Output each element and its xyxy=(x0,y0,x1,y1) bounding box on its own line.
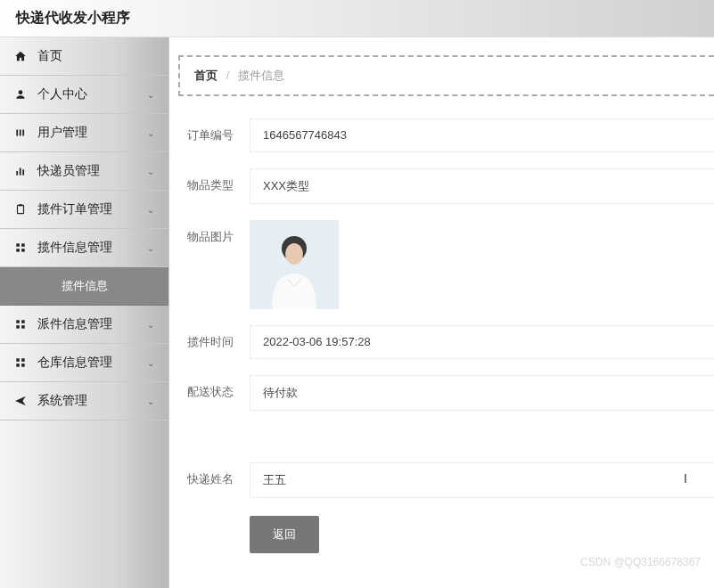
svg-rect-14 xyxy=(21,320,25,323)
svg-rect-18 xyxy=(21,358,25,362)
svg-rect-15 xyxy=(16,325,20,329)
sidebar-item-pickup-info-mgmt[interactable]: 揽件信息管理 ⌄ xyxy=(0,229,168,267)
chevron-down-icon: ⌄ xyxy=(147,243,154,253)
send-icon xyxy=(14,395,29,407)
svg-rect-20 xyxy=(21,363,25,367)
label-courier-name: 快递姓名 xyxy=(187,462,250,487)
svg-rect-19 xyxy=(16,363,20,367)
row-order-no: 订单编号 1646567746843 xyxy=(178,118,714,152)
svg-rect-5 xyxy=(20,168,21,176)
row-item-image: 物品图片 xyxy=(178,220,714,309)
chevron-down-icon: ⌄ xyxy=(147,320,154,330)
svg-rect-11 xyxy=(16,249,20,252)
label-pickup-time: 揽件时间 xyxy=(187,325,250,350)
chevron-down-icon: ⌄ xyxy=(147,128,154,138)
row-delivery-status: 配送状态 待付款 xyxy=(178,375,714,411)
svg-rect-3 xyxy=(22,130,24,136)
sidebar-item-profile[interactable]: 个人中心 ⌄ xyxy=(0,76,168,114)
chevron-down-icon: ⌄ xyxy=(147,205,154,215)
svg-rect-17 xyxy=(16,358,20,362)
svg-rect-1 xyxy=(16,130,18,136)
label-item-type: 物品类型 xyxy=(187,168,250,193)
value-delivery-status: 待付款 xyxy=(250,375,714,411)
bars-icon xyxy=(14,127,29,139)
sidebar-item-user-mgmt[interactable]: 用户管理 ⌄ xyxy=(0,114,168,152)
clipboard-icon xyxy=(14,203,29,216)
home-icon xyxy=(14,50,29,62)
person-icon xyxy=(14,88,29,101)
value-item-type: XXX类型 xyxy=(250,168,714,204)
sidebar-item-label: 仓库信息管理 xyxy=(37,355,112,371)
sidebar-item-label: 快递员管理 xyxy=(37,163,100,179)
svg-rect-13 xyxy=(16,320,20,323)
text-cursor-icon: I xyxy=(684,471,687,486)
sidebar-item-label: 揽件信息管理 xyxy=(37,240,112,256)
svg-point-23 xyxy=(285,243,303,265)
sidebar-item-label: 系统管理 xyxy=(37,393,87,409)
breadcrumb-current: 揽件信息 xyxy=(238,69,284,82)
sidebar-sub-label: 揽件信息 xyxy=(62,279,108,292)
value-order-no: 1646567746843 xyxy=(250,118,714,152)
svg-rect-12 xyxy=(21,249,25,252)
sidebar-item-label: 派件信息管理 xyxy=(37,316,112,332)
svg-rect-6 xyxy=(22,169,24,175)
sidebar-item-label: 首页 xyxy=(37,48,62,64)
value-courier-name[interactable]: 王五 xyxy=(250,462,714,498)
value-pickup-time: 2022-03-06 19:57:28 xyxy=(250,325,714,359)
label-order-no: 订单编号 xyxy=(187,118,250,143)
grid-icon xyxy=(14,318,29,331)
sidebar-item-label: 揽件订单管理 xyxy=(37,201,112,217)
sidebar-item-warehouse-mgmt[interactable]: 仓库信息管理 ⌄ xyxy=(0,344,168,382)
svg-rect-8 xyxy=(19,204,22,206)
sidebar-item-label: 用户管理 xyxy=(37,125,87,141)
row-item-type: 物品类型 XXX类型 xyxy=(178,168,714,204)
button-row: 返回 xyxy=(178,516,714,553)
app-header: 快递代收发小程序 xyxy=(0,0,714,37)
svg-rect-16 xyxy=(21,325,25,329)
sidebar: 首页 个人中心 ⌄ 用户管理 ⌄ 快递员管理 ⌄ xyxy=(0,37,169,588)
main-layout: 首页 个人中心 ⌄ 用户管理 ⌄ 快递员管理 ⌄ xyxy=(0,37,714,588)
svg-point-0 xyxy=(19,90,23,94)
sidebar-item-system-mgmt[interactable]: 系统管理 ⌄ xyxy=(0,382,168,421)
back-button[interactable]: 返回 xyxy=(250,516,319,553)
svg-rect-9 xyxy=(16,243,20,247)
grid-icon xyxy=(14,241,29,254)
label-delivery-status: 配送状态 xyxy=(187,375,250,400)
row-courier-name: 快递姓名 王五 I xyxy=(178,462,714,498)
label-item-image: 物品图片 xyxy=(187,220,250,245)
svg-rect-2 xyxy=(20,130,21,136)
app-title: 快递代收发小程序 xyxy=(16,9,130,28)
breadcrumb-home[interactable]: 首页 xyxy=(194,69,217,82)
content-area: 首页 / 揽件信息 订单编号 1646567746843 物品类型 XXX类型 … xyxy=(169,37,714,588)
breadcrumb: 首页 / 揽件信息 xyxy=(178,55,714,96)
svg-rect-4 xyxy=(16,171,18,176)
sidebar-item-delivery-info-mgmt[interactable]: 派件信息管理 ⌄ xyxy=(0,306,168,344)
breadcrumb-sep: / xyxy=(226,69,230,82)
svg-rect-7 xyxy=(18,205,24,213)
sidebar-item-label: 个人中心 xyxy=(37,86,87,102)
sidebar-item-courier-mgmt[interactable]: 快递员管理 ⌄ xyxy=(0,152,168,191)
row-pickup-time: 揽件时间 2022-03-06 19:57:28 xyxy=(178,325,714,359)
item-image[interactable] xyxy=(250,220,339,309)
chevron-down-icon: ⌄ xyxy=(147,90,154,100)
sidebar-sub-pickup-info[interactable]: 揽件信息 xyxy=(0,267,168,306)
sidebar-item-home[interactable]: 首页 xyxy=(0,37,168,76)
chevron-down-icon: ⌄ xyxy=(147,358,154,368)
chart-icon xyxy=(14,165,29,177)
sidebar-item-pickup-order-mgmt[interactable]: 揽件订单管理 ⌄ xyxy=(0,191,168,229)
svg-rect-10 xyxy=(21,243,25,247)
chevron-down-icon: ⌄ xyxy=(147,396,154,406)
chevron-down-icon: ⌄ xyxy=(147,167,154,176)
grid-icon xyxy=(14,356,29,369)
